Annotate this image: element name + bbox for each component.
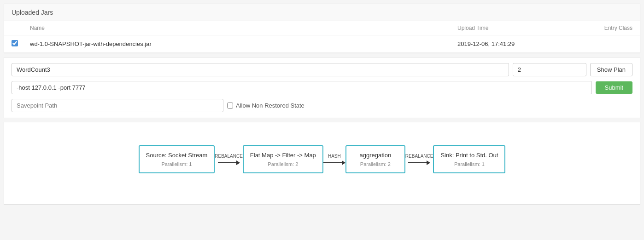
plan-diagram: Source: Socket Stream Parallelism: 1 REB… — [13, 131, 631, 187]
edge-3-line — [408, 160, 430, 165]
col-name-header: Name — [30, 25, 457, 31]
plan-node-flatmap-title: Flat Map -> Filter -> Map — [250, 152, 316, 159]
submit-button[interactable]: Submit — [596, 81, 632, 94]
allow-non-restored-label[interactable]: Allow Non Restored State — [227, 102, 304, 109]
plan-node-sink: Sink: Print to Std. Out Parallelism: 1 — [433, 145, 505, 173]
parallelism-input[interactable] — [513, 63, 586, 76]
plan-node-aggregation-parallelism: Parallelism: 2 — [353, 161, 398, 167]
edge-2-label: HASH — [328, 154, 341, 159]
edge-1-line-shape — [218, 162, 236, 163]
plan-node-sink-parallelism: Parallelism: 1 — [440, 161, 498, 167]
row-upload-time: 2019-12-06, 17:41:29 — [457, 40, 559, 47]
row-check-cell — [12, 40, 30, 48]
plan-node-source: Source: Socket Stream Parallelism: 1 — [139, 145, 215, 173]
plan-node-aggregation-title: aggregation — [353, 152, 398, 159]
edge-3-label: REBALANCE — [405, 154, 433, 159]
row-jar-name: wd-1.0-SNAPSHOT-jar-with-dependencies.ja… — [30, 40, 457, 47]
edge-1: REBALANCE — [215, 154, 243, 165]
plan-node-flatmap-parallelism: Parallelism: 2 — [250, 161, 316, 167]
table-header: Name Upload Time Entry Class — [4, 21, 640, 35]
form-row-savepoint: Allow Non Restored State — [12, 99, 632, 112]
plan-section: Source: Socket Stream Parallelism: 1 REB… — [4, 122, 640, 205]
form-row-args: Submit — [12, 81, 632, 94]
edge-3-arrow — [427, 160, 430, 165]
plan-node-flatmap: Flat Map -> Filter -> Map Parallelism: 2 — [243, 145, 323, 173]
col-check-header — [12, 25, 30, 31]
col-upload-header: Upload Time — [457, 25, 559, 31]
edge-2-line — [323, 160, 345, 165]
form-section: Show Plan Submit Allow Non Restored Stat… — [4, 57, 640, 118]
edge-1-line — [218, 160, 240, 165]
form-row-main: Show Plan — [12, 63, 632, 76]
plan-node-aggregation: aggregation Parallelism: 2 — [345, 145, 405, 173]
edge-3: REBALANCE — [405, 154, 433, 165]
edge-3-line-shape — [408, 162, 427, 163]
plan-node-sink-title: Sink: Print to Std. Out — [440, 152, 498, 159]
uploaded-jars-section: Uploaded Jars Name Upload Time Entry Cla… — [4, 4, 640, 53]
edge-1-arrow — [236, 160, 240, 165]
entry-class-input[interactable] — [12, 63, 509, 76]
jars-table: Name Upload Time Entry Class wd-1.0-SNAP… — [4, 21, 640, 53]
uploaded-jars-title: Uploaded Jars — [4, 4, 640, 21]
args-input[interactable] — [12, 81, 592, 94]
edge-2-line-shape — [323, 162, 342, 163]
jar-checkbox[interactable] — [12, 40, 18, 46]
edge-1-label: REBALANCE — [215, 154, 243, 159]
col-entry-header: Entry Class — [559, 25, 632, 31]
allow-non-restored-checkbox[interactable] — [227, 103, 233, 109]
show-plan-button[interactable]: Show Plan — [590, 63, 632, 76]
table-row: wd-1.0-SNAPSHOT-jar-with-dependencies.ja… — [4, 35, 640, 53]
plan-node-source-title: Source: Socket Stream — [146, 152, 208, 159]
savepoint-path-input[interactable] — [12, 99, 223, 112]
edge-2: HASH — [323, 154, 345, 165]
allow-non-restored-text: Allow Non Restored State — [236, 102, 304, 109]
plan-node-source-parallelism: Parallelism: 1 — [146, 161, 208, 167]
edge-2-arrow — [342, 160, 345, 165]
